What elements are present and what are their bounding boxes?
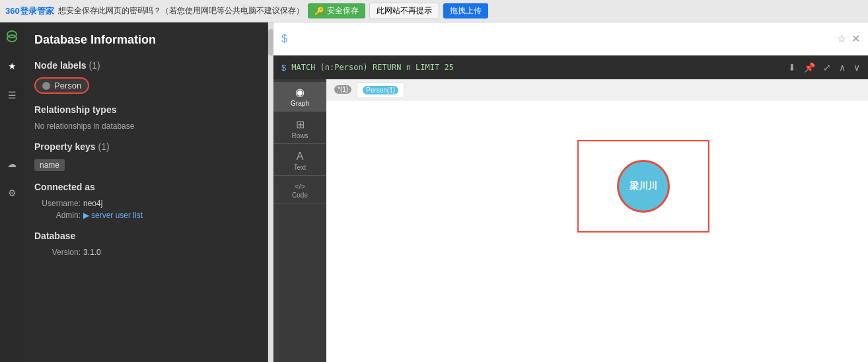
tab-all-badge: *(1)	[334, 85, 351, 94]
browser-bar: 360登录管家 想安全保存此网页的密码吗？（若您使用网吧等公共电脑不建议保存） …	[0, 0, 868, 22]
property-key-badge[interactable]: name	[34, 159, 65, 171]
query-close-icon[interactable]: ✕	[851, 32, 860, 45]
collapse-up-icon[interactable]: ∧	[839, 62, 846, 73]
username-value: neo4j	[83, 199, 102, 208]
panel-scrollbar[interactable]	[268, 22, 273, 362]
relationship-types-title: Relationship types	[34, 104, 257, 115]
relationship-section: Relationship types No relationships in d…	[34, 104, 257, 131]
code-view-label: Code	[292, 192, 308, 199]
tab-person-badge: Person(1)	[363, 86, 398, 94]
rows-view-icon: ⊞	[296, 118, 305, 131]
query-bar-icons: ☆ ✕	[837, 32, 860, 45]
node-label-text: Person	[54, 81, 81, 90]
tab-all[interactable]: *(1)	[329, 83, 357, 96]
icon-sidebar: ★ ☰ ☁ ⚙	[0, 22, 24, 362]
username-label: Username:	[34, 199, 81, 208]
graph-view-icon: ◉	[295, 86, 305, 98]
database-title: Database	[34, 231, 257, 241]
collapse-down-icon[interactable]: ∨	[853, 62, 860, 73]
download-icon[interactable]: ⬇	[788, 62, 796, 73]
expand-icon[interactable]: ⤢	[823, 62, 831, 73]
upload-button[interactable]: 拖拽上传	[443, 3, 488, 18]
server-user-list-link[interactable]: ▶ server user list	[83, 211, 143, 220]
content-area: $ ☆ ✕ $ MATCH (n:Person) RETURN n LIMIT …	[273, 22, 868, 362]
text-view-label: Text	[294, 164, 306, 171]
view-rows[interactable]: ⊞ Rows	[273, 114, 326, 144]
sidebar-cloud-icon[interactable]: ☁	[3, 155, 21, 173]
result-bar: $ MATCH (n:Person) RETURN n LIMIT 25 ⬇ 📌…	[273, 55, 868, 79]
graph-node-label: 梁川川	[630, 180, 657, 192]
result-bar-left: $ MATCH (n:Person) RETURN n LIMIT 25	[281, 63, 454, 73]
code-view-icon: </>	[295, 182, 305, 190]
username-row: Username: neo4j	[34, 199, 257, 208]
view-code[interactable]: </> Code	[273, 178, 326, 203]
property-keys-title: Property keys (1)	[34, 141, 257, 152]
database-section: Database Version: 3.1.0	[34, 231, 257, 257]
node-dot	[42, 82, 50, 90]
node-labels-section-title: Node labels (1)	[34, 60, 257, 71]
property-keys-section: Property keys (1) name	[34, 141, 257, 182]
tab-person[interactable]: Person(1)	[357, 83, 404, 97]
query-bar: $ ☆ ✕	[273, 22, 868, 55]
node-label-item[interactable]: Person	[34, 77, 89, 94]
connected-as-title: Connected as	[34, 182, 257, 192]
admin-row: Admin: ▶ server user list	[34, 211, 257, 220]
result-query-text: MATCH (n:Person) RETURN n LIMIT 25	[291, 63, 454, 72]
no-relationships-text: No relationships in database	[34, 122, 257, 131]
version-row: Version: 3.1.0	[34, 248, 257, 257]
connected-as-section: Connected as Username: neo4j Admin: ▶ se…	[34, 182, 257, 220]
version-label: Version:	[34, 248, 81, 257]
browser-logo: 360登录管家	[5, 5, 54, 17]
view-selector: ◉ Graph ⊞ Rows A Text </> Code	[273, 79, 326, 362]
graph-node-person[interactable]: 梁川川	[617, 160, 670, 213]
graph-area: 梁川川	[326, 100, 868, 362]
text-view-icon: A	[297, 151, 304, 163]
version-value: 3.1.0	[83, 248, 101, 257]
admin-label: Admin:	[34, 211, 81, 220]
tab-bar: *(1) Person(1)	[326, 79, 868, 100]
play-icon: ▶	[83, 211, 89, 220]
nosave-button[interactable]: 此网站不再提示	[369, 3, 439, 19]
result-bar-right: ⬇ 📌 ⤢ ∧ ∨	[788, 62, 860, 73]
main-container: ★ ☰ ☁ ⚙ Database Information Node labels…	[0, 22, 868, 362]
query-dollar-sign: $	[281, 33, 287, 45]
brand-icon[interactable]	[3, 28, 21, 46]
query-star-icon[interactable]: ☆	[837, 32, 846, 45]
sidebar-star-icon[interactable]: ★	[3, 57, 21, 75]
view-graph[interactable]: ◉ Graph	[273, 82, 326, 112]
browser-prompt: 想安全保存此网页的密码吗？（若您使用网吧等公共电脑不建议保存）	[58, 5, 304, 17]
pin-icon[interactable]: 📌	[804, 62, 815, 73]
graph-panel: *(1) Person(1) 梁川川	[326, 79, 868, 362]
query-input[interactable]	[293, 34, 832, 44]
result-content: ◉ Graph ⊞ Rows A Text </> Code	[273, 79, 868, 362]
rows-view-label: Rows	[291, 132, 308, 139]
key-icon: 🔑	[314, 7, 324, 16]
save-button[interactable]: 🔑 安全保存	[308, 3, 365, 18]
db-panel: Database Information Node labels (1) Per…	[24, 22, 268, 362]
sidebar-book-icon[interactable]: ☰	[3, 86, 21, 104]
graph-selection-box[interactable]: 梁川川	[577, 140, 709, 233]
result-dollar-sign: $	[281, 63, 286, 73]
sidebar-gear-icon[interactable]: ⚙	[3, 184, 21, 202]
view-text[interactable]: A Text	[273, 147, 326, 176]
db-panel-title: Database Information	[34, 33, 257, 47]
graph-view-label: Graph	[291, 100, 309, 107]
